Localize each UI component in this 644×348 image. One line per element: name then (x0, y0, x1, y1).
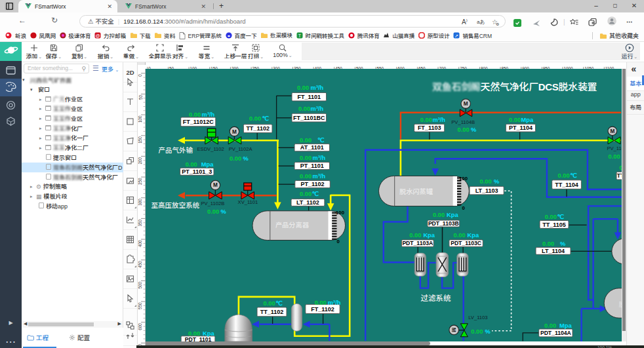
svg-text:50: 50 (138, 95, 143, 100)
svg-text:400: 400 (138, 240, 143, 247)
svg-text:500: 500 (138, 281, 143, 288)
svg-text:TT_1105: TT_1105 (542, 222, 566, 228)
svg-text:PDT_1104A: PDT_1104A (540, 330, 571, 336)
svg-text:0.00m³/h: 0.00m³/h (298, 106, 324, 112)
svg-text:0.00℃: 0.00℃ (545, 214, 565, 220)
svg-text:FT_1103: FT_1103 (418, 125, 441, 131)
svg-text:T: T (298, 33, 301, 38)
svg-text:0.00Mpa: 0.00Mpa (509, 117, 534, 123)
svg-text:FT_1102: FT_1102 (311, 306, 334, 313)
svg-text:0.00Mpa: 0.00Mpa (186, 161, 214, 168)
svg-text:PT_1104: PT_1104 (509, 125, 533, 131)
svg-text:TT: TT (617, 172, 622, 179)
svg-text:0.00Kpa: 0.00Kpa (454, 232, 480, 239)
svg-text:100: 100 (138, 115, 143, 123)
svg-text:150: 150 (138, 136, 143, 144)
svg-text:LT_1103: LT_1103 (475, 187, 498, 194)
svg-text:至高压放空系统: 至高压放空系统 (151, 201, 200, 209)
svg-text:产品气外输: 产品气外输 (159, 146, 193, 154)
svg-text:0.00℃: 0.00℃ (249, 115, 270, 122)
svg-text:LT_1104: LT_1104 (542, 248, 565, 254)
svg-text:M: M (451, 328, 456, 332)
svg-text:0: 0 (337, 239, 340, 244)
svg-text:TT_1102: TT_1102 (260, 309, 284, 315)
svg-text:PV_1104B: PV_1104B (451, 119, 475, 125)
svg-text:PV_1102B: PV_1102B (201, 201, 225, 206)
svg-text:M: M (464, 101, 468, 107)
svg-text:0.00m³/h: 0.00m³/h (315, 300, 341, 306)
svg-text:0.00℃: 0.00℃ (300, 137, 325, 144)
svg-text:0.00%: 0.00% (542, 241, 566, 247)
svg-text:0.00%: 0.00% (609, 153, 622, 160)
svg-text:FT_11012C: FT_11012C (183, 119, 214, 125)
svg-text:550: 550 (138, 302, 143, 309)
svg-text:↗: ↗ (454, 33, 458, 38)
svg-text:LT_1102: LT_1102 (296, 199, 319, 206)
svg-text:PT_1101_3: PT_1101_3 (182, 168, 212, 175)
svg-text:0.00%: 0.00% (458, 126, 477, 133)
svg-text:0.00m³/h: 0.00m³/h (297, 85, 324, 91)
svg-text:100: 100 (459, 176, 468, 182)
svg-text:AT_1101: AT_1101 (300, 144, 324, 151)
svg-text:0.00m³/h: 0.00m³/h (300, 173, 326, 180)
svg-text:0.00%: 0.00% (471, 328, 491, 335)
svg-text:LV_1103: LV_1103 (468, 315, 487, 320)
svg-text:PT_1102: PT_1102 (301, 181, 325, 187)
svg-text:M: M (610, 128, 614, 134)
svg-text:300: 300 (138, 199, 143, 206)
svg-text:0.00℃: 0.00℃ (558, 172, 578, 179)
svg-text:@: @ (95, 33, 100, 38)
svg-text:200: 200 (138, 157, 143, 164)
svg-text:产品分离器: 产品分离器 (275, 222, 310, 229)
svg-text:XV_1101: XV_1101 (238, 199, 258, 205)
svg-text:0.00℃: 0.00℃ (300, 191, 319, 197)
svg-text:M: M (232, 129, 237, 135)
svg-text:350: 350 (138, 219, 143, 226)
svg-text:TT_1104: TT_1104 (555, 182, 578, 188)
svg-text:脱水闪蒸罐: 脱水闪蒸罐 (399, 188, 433, 195)
svg-text:PV_110: PV_110 (607, 145, 622, 151)
svg-text:过滤系统: 过滤系统 (420, 294, 451, 302)
svg-text:0.00m³/h: 0.00m³/h (189, 111, 215, 118)
svg-text:0.00m³/h: 0.00m³/h (420, 117, 446, 123)
svg-text:0.00m³/h: 0.00m³/h (300, 155, 326, 161)
svg-text:PDT_1103B: PDT_1103B (428, 220, 459, 227)
svg-text:0.00Kpa: 0.00Kpa (433, 212, 459, 218)
svg-text:100: 100 (336, 210, 345, 216)
svg-text:0.00Kpa: 0.00Kpa (409, 232, 435, 239)
svg-text:250: 250 (138, 178, 143, 185)
svg-text:0.00%: 0.00% (230, 155, 249, 162)
svg-text:PV_1102A: PV_1102A (229, 146, 253, 152)
svg-text:TT_1102: TT_1102 (246, 125, 270, 132)
svg-text:双鱼石剑阁天然气净化厂DCS脱水装置: 双鱼石剑阁天然气净化厂DCS脱水装置 (432, 81, 597, 92)
svg-text:ESDV_1102: ESDV_1102 (197, 146, 224, 152)
svg-text:FT_1101: FT_1101 (298, 94, 321, 100)
svg-text:0.00Mpa: 0.00Mpa (544, 322, 573, 329)
svg-text:600: 600 (138, 323, 143, 330)
svg-text:M: M (213, 182, 218, 188)
svg-text:0.00℃: 0.00℃ (264, 300, 283, 307)
svg-text:0.00%: 0.00% (207, 208, 227, 215)
svg-text:PDT_1103C: PDT_1103C (451, 240, 481, 246)
svg-text:PDT_1103A: PDT_1103A (402, 240, 433, 246)
svg-text:0: 0 (462, 205, 466, 211)
svg-text:PT_1101: PT_1101 (300, 163, 324, 169)
svg-text:0.00%: 0.00% (480, 178, 500, 185)
svg-text:450: 450 (138, 261, 143, 268)
svg-text:FT_1101BC: FT_1101BC (293, 115, 325, 121)
svg-text:0: 0 (138, 74, 143, 77)
